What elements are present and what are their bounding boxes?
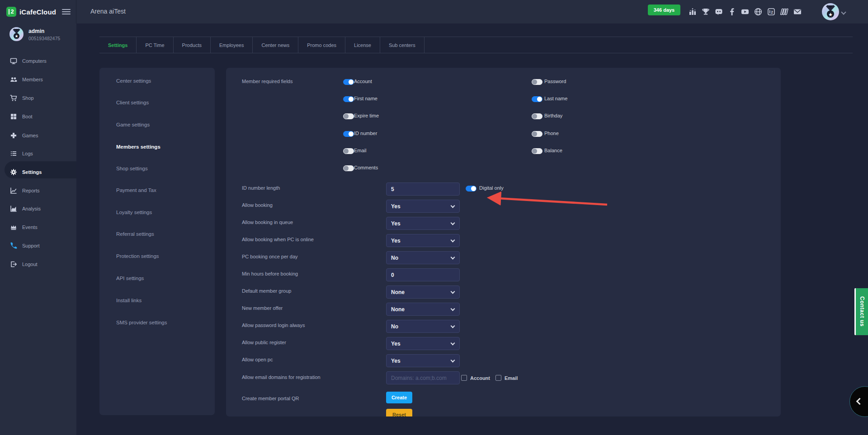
subnav-game-settings[interactable]: Game settings — [116, 122, 150, 129]
facebook-icon[interactable] — [727, 7, 736, 16]
toggle-label: Password — [544, 79, 566, 86]
row-label: Allow password login always — [242, 323, 305, 330]
toggle-first-name[interactable] — [343, 96, 354, 102]
chevron-left-icon — [856, 398, 863, 405]
toggle-balance[interactable] — [532, 148, 542, 154]
icafecloud-mini-icon[interactable]: 2 — [767, 7, 776, 16]
toggle-label: First name — [354, 96, 377, 103]
sidebar-item-analysis[interactable]: Analysis — [0, 204, 76, 213]
sidebar-item-settings[interactable]: Settings — [0, 168, 76, 177]
subnav-loyalty-settings[interactable]: Loyalty settings — [116, 210, 152, 217]
copies-icon[interactable] — [780, 7, 789, 16]
toggle-expire-time[interactable] — [343, 113, 354, 119]
ranking-icon[interactable] — [688, 7, 697, 16]
tab-license[interactable]: License — [345, 37, 380, 53]
tab-center-news[interactable]: Center news — [253, 37, 298, 53]
sidebar-item-logout[interactable]: Logout — [0, 260, 76, 269]
sidebar-item-shop[interactable]: Shop — [0, 94, 76, 103]
select-value: None — [391, 289, 405, 295]
select-value: Yes — [391, 358, 401, 364]
select-value: None — [391, 306, 405, 313]
contact-us-tab[interactable]: Contact us — [854, 288, 868, 335]
tab-employees[interactable]: Employees — [211, 37, 253, 53]
allow-open-pc-select[interactable]: Yes — [386, 354, 460, 367]
subnav-install-links[interactable]: Install links — [116, 298, 142, 305]
trophy-icon[interactable] — [701, 7, 710, 16]
id-number-length-input[interactable] — [386, 182, 460, 196]
allow-password-login-always-select[interactable]: No — [386, 320, 460, 333]
sidebar-item-computers[interactable]: Computers — [0, 56, 76, 65]
select-value: No — [391, 323, 398, 330]
windows-icon — [10, 113, 17, 120]
toggle-email[interactable] — [343, 148, 354, 154]
subnav-protection-settings[interactable]: Protection settings — [116, 253, 159, 261]
account-checkbox[interactable] — [461, 375, 467, 381]
subnav-shop-settings[interactable]: Shop settings — [116, 166, 148, 173]
email-domains-input[interactable] — [386, 371, 460, 384]
sidebar-item-label: Logs — [22, 151, 33, 156]
avatar[interactable]: ★ — [822, 3, 839, 20]
sidebar-item-label: Games — [22, 133, 38, 138]
toggle-password[interactable] — [532, 79, 542, 85]
pc-booking-once-per-day-select[interactable]: No — [386, 251, 460, 264]
chevron-down-icon — [451, 358, 455, 363]
reset-button[interactable]: Reset — [386, 409, 412, 416]
line-chart-icon — [10, 187, 17, 194]
phone-icon — [10, 242, 17, 249]
sidebar-item-label: Support — [22, 243, 40, 248]
subnav-api-settings[interactable]: API settings — [116, 276, 144, 283]
youtube-icon[interactable] — [741, 7, 750, 16]
sidebar-item-support[interactable]: Support — [0, 241, 76, 250]
hamburger-menu-icon[interactable] — [62, 9, 71, 14]
toggle-label: Last name — [544, 96, 567, 103]
subnav-members-settings[interactable]: Members settings — [116, 144, 160, 151]
sidebar-item-reports[interactable]: Reports — [0, 186, 76, 195]
toggle-id-number[interactable] — [343, 131, 354, 137]
sidebar-avatar[interactable]: ★ — [9, 27, 24, 41]
mail-icon[interactable] — [793, 7, 802, 16]
subnav-sms-provider-settings[interactable]: SMS provider settings — [116, 320, 167, 327]
row-label: Allow open pc — [242, 357, 273, 364]
sidebar-item-boot[interactable]: Boot — [0, 112, 76, 121]
create-qr-button[interactable]: Create — [386, 392, 412, 403]
license-days-badge[interactable]: 346 days — [648, 5, 680, 15]
sidebar-item-members[interactable]: Members — [0, 75, 76, 84]
tab-promo-codes[interactable]: Promo codes — [298, 37, 345, 53]
tab-products[interactable]: Products — [174, 37, 211, 53]
default-member-group-select[interactable]: None — [386, 285, 460, 299]
min-hours-before-booking-input[interactable] — [386, 268, 460, 281]
toggle-digital-only[interactable] — [466, 186, 476, 192]
allow-public-register-select[interactable]: Yes — [386, 337, 460, 350]
sidebar-item-events[interactable]: Events — [0, 223, 76, 232]
toggle-last-name[interactable] — [532, 96, 542, 102]
chat-fab-button[interactable] — [849, 386, 868, 417]
sidebar-item-games[interactable]: Games — [0, 131, 76, 140]
discord-icon[interactable] — [714, 7, 723, 16]
contact-us-label: Contact us — [859, 296, 865, 327]
subnav-center-settings[interactable]: Center settings — [116, 78, 151, 85]
sidebar-item-label: Members — [22, 77, 43, 82]
allow-booking-select[interactable]: Yes — [386, 200, 460, 213]
globe-icon[interactable] — [754, 7, 763, 16]
toggle-birthday[interactable] — [532, 113, 542, 119]
allow-booking-pc-online-select[interactable]: Yes — [386, 234, 460, 247]
allow-booking-in-queue-select[interactable]: Yes — [386, 217, 460, 230]
subnav-payment-and-tax[interactable]: Payment and Tax — [116, 187, 156, 195]
toggle-comments[interactable] — [343, 165, 354, 171]
svg-text:2: 2 — [771, 10, 773, 14]
sidebar-item-logs[interactable]: Logs — [0, 149, 76, 158]
subnav-client-settings[interactable]: Client settings — [116, 100, 149, 107]
chevron-down-icon[interactable] — [841, 9, 846, 14]
tab-sub-centers[interactable]: Sub centers — [380, 37, 425, 53]
toggle-label: Comments — [354, 165, 378, 172]
new-member-offer-select[interactable]: None — [386, 303, 460, 316]
chevron-down-icon — [451, 221, 455, 225]
tab-settings[interactable]: Settings — [99, 37, 137, 53]
chevron-down-icon — [451, 255, 455, 260]
select-value: No — [391, 255, 398, 261]
subnav-referral-settings[interactable]: Referral settings — [116, 231, 154, 239]
email-checkbox[interactable] — [495, 375, 501, 381]
tab-pc-time[interactable]: PC Time — [137, 37, 173, 53]
toggle-phone[interactable] — [532, 131, 542, 137]
toggle-account[interactable] — [343, 79, 354, 85]
